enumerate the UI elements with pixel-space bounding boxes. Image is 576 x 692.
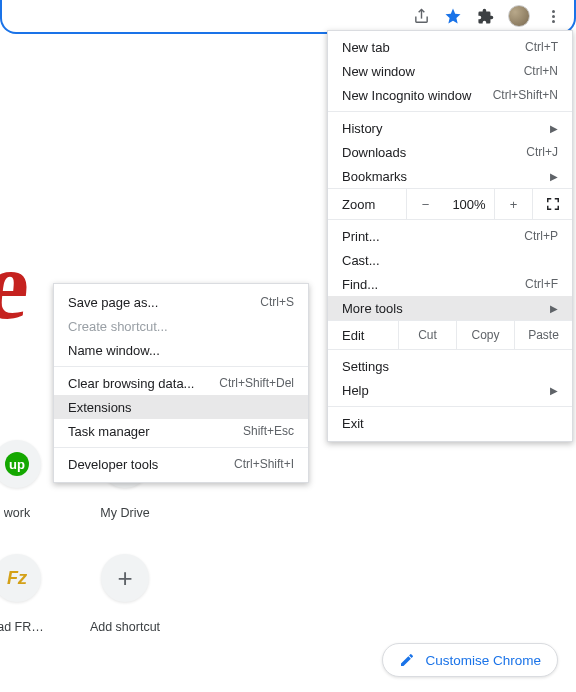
fullscreen-button[interactable]	[532, 189, 572, 219]
share-icon[interactable]	[412, 7, 430, 25]
menu-bookmarks[interactable]: Bookmarks▶	[328, 164, 572, 188]
submenu-name-window[interactable]: Name window...	[54, 338, 308, 362]
filezilla-icon: Fz	[7, 568, 27, 589]
cut-button[interactable]: Cut	[398, 321, 456, 349]
menu-separator	[328, 111, 572, 112]
add-icon-circle: +	[101, 554, 149, 602]
chevron-right-icon: ▶	[550, 303, 558, 314]
shortcut-label: oad FR…	[0, 620, 44, 634]
submenu-task-manager[interactable]: Task managerShift+Esc	[54, 419, 308, 443]
menu-settings[interactable]: Settings	[328, 354, 572, 378]
copy-button[interactable]: Copy	[456, 321, 514, 349]
chevron-right-icon: ▶	[550, 171, 558, 182]
logo-letter: e	[0, 246, 34, 324]
menu-print[interactable]: Print...Ctrl+P	[328, 224, 572, 248]
customise-label: Customise Chrome	[425, 653, 541, 668]
shortcut-icon-circle: up	[0, 440, 41, 488]
customise-chrome-button[interactable]: Customise Chrome	[382, 643, 558, 677]
zoom-in-button[interactable]: +	[494, 189, 532, 219]
zoom-out-button[interactable]: −	[406, 189, 444, 219]
submenu-clear-browsing-data[interactable]: Clear browsing data...Ctrl+Shift+Del	[54, 371, 308, 395]
menu-separator	[54, 447, 308, 448]
upwork-icon: up	[5, 452, 29, 476]
menu-new-incognito[interactable]: New Incognito windowCtrl+Shift+N	[328, 83, 572, 107]
chevron-right-icon: ▶	[550, 123, 558, 134]
edit-label: Edit	[328, 321, 398, 349]
kebab-menu-icon[interactable]	[544, 7, 562, 25]
add-shortcut-tile[interactable]: + Add shortcut	[80, 554, 170, 634]
pencil-icon	[399, 652, 415, 668]
extensions-icon[interactable]	[476, 7, 494, 25]
menu-more-tools[interactable]: More tools▶	[328, 296, 572, 320]
paste-button[interactable]: Paste	[514, 321, 572, 349]
more-tools-submenu: Save page as...Ctrl+S Create shortcut...…	[53, 283, 309, 483]
submenu-create-shortcut[interactable]: Create shortcut...	[54, 314, 308, 338]
menu-cast[interactable]: Cast...	[328, 248, 572, 272]
shortcut-label: work	[4, 506, 30, 520]
zoom-label: Zoom	[328, 197, 406, 212]
shortcut-label: My Drive	[100, 506, 149, 520]
menu-new-window[interactable]: New windowCtrl+N	[328, 59, 572, 83]
chrome-main-menu: New tabCtrl+T New windowCtrl+N New Incog…	[327, 30, 573, 442]
plus-icon: +	[117, 563, 132, 594]
shortcuts-row-2: Fz oad FR… + Add shortcut	[0, 554, 172, 634]
menu-separator	[54, 366, 308, 367]
submenu-save-page[interactable]: Save page as...Ctrl+S	[54, 290, 308, 314]
submenu-developer-tools[interactable]: Developer toolsCtrl+Shift+I	[54, 452, 308, 476]
menu-edit-row: Edit Cut Copy Paste	[328, 320, 572, 350]
menu-downloads[interactable]: DownloadsCtrl+J	[328, 140, 572, 164]
shortcut-icon-circle: Fz	[0, 554, 41, 602]
star-icon[interactable]	[444, 7, 462, 25]
menu-history[interactable]: History▶	[328, 116, 572, 140]
menu-find[interactable]: Find...Ctrl+F	[328, 272, 572, 296]
avatar[interactable]	[508, 5, 530, 27]
chevron-right-icon: ▶	[550, 385, 558, 396]
submenu-extensions[interactable]: Extensions	[54, 395, 308, 419]
menu-exit[interactable]: Exit	[328, 411, 572, 435]
menu-separator	[328, 406, 572, 407]
menu-help[interactable]: Help▶	[328, 378, 572, 402]
zoom-value: 100%	[444, 197, 494, 212]
menu-new-tab[interactable]: New tabCtrl+T	[328, 35, 572, 59]
menu-zoom-row: Zoom − 100% +	[328, 188, 572, 220]
shortcut-tile[interactable]: Fz oad FR…	[0, 554, 62, 634]
shortcut-label: Add shortcut	[90, 620, 160, 634]
browser-toolbar	[0, 0, 576, 34]
